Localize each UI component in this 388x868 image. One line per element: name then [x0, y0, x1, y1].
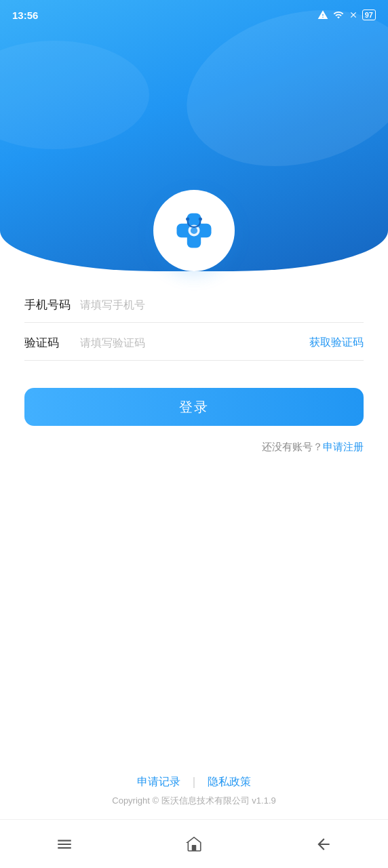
- nav-home-icon[interactable]: [185, 835, 203, 854]
- svg-point-4: [186, 217, 189, 220]
- register-hint-text: 还没有账号？: [262, 441, 323, 452]
- register-link[interactable]: 申请注册: [323, 441, 364, 452]
- footer: 申请记录 ｜ 隐私政策 Copyright © 医沃信息技术有限公司 v1.1.…: [0, 775, 388, 807]
- bottom-nav: [0, 819, 388, 868]
- footer-divider: ｜: [189, 775, 199, 789]
- battery-x-icon: [349, 10, 358, 20]
- battery-level: 97: [365, 11, 373, 19]
- phone-label: 手机号码: [24, 297, 73, 313]
- medical-cross-icon: [171, 208, 217, 254]
- register-hint: 还没有账号？申请注册: [24, 441, 364, 454]
- phone-field-row: 手机号码: [24, 285, 364, 323]
- get-code-button[interactable]: 获取验证码: [304, 336, 364, 350]
- app-logo: [153, 190, 235, 271]
- battery-indicator: 97: [362, 9, 376, 20]
- wifi-icon: [332, 9, 345, 20]
- application-records-link[interactable]: 申请记录: [137, 775, 180, 789]
- status-bar: 13:56 97: [0, 0, 388, 30]
- nav-back-icon[interactable]: [314, 835, 333, 854]
- code-label: 验证码: [24, 335, 73, 351]
- nav-menu-icon[interactable]: [55, 835, 74, 854]
- phone-input[interactable]: [73, 299, 364, 311]
- login-button[interactable]: 登录: [24, 388, 364, 426]
- footer-links: 申请记录 ｜ 隐私政策: [137, 775, 251, 789]
- copyright-text: Copyright © 医沃信息技术有限公司 v1.1.9: [112, 795, 275, 807]
- status-icons: 97: [317, 9, 376, 20]
- svg-point-3: [191, 227, 197, 234]
- main-content: 手机号码 验证码 获取验证码 登录 还没有账号？申请注册: [0, 285, 388, 454]
- svg-rect-6: [192, 845, 197, 851]
- code-field-row: 验证码 获取验证码: [24, 323, 364, 361]
- status-time: 13:56: [12, 9, 38, 21]
- svg-point-5: [199, 217, 202, 220]
- privacy-policy-link[interactable]: 隐私政策: [208, 775, 251, 789]
- code-input[interactable]: [73, 337, 304, 349]
- warning-icon: [317, 9, 328, 20]
